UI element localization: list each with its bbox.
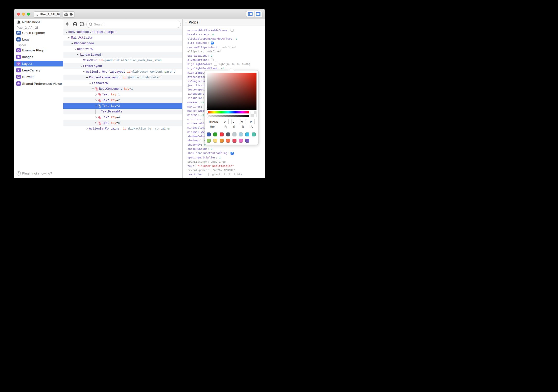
svg-text:?: ? <box>18 172 20 175</box>
